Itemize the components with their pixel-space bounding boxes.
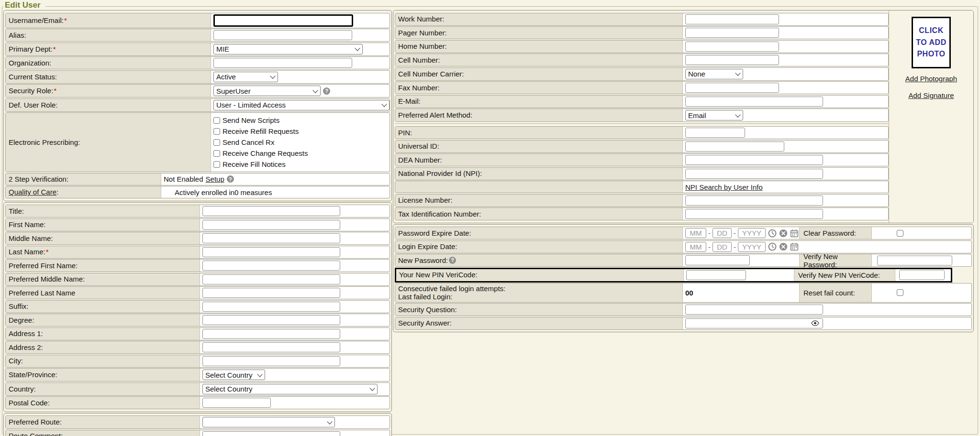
help-icon[interactable]: ?: [227, 175, 234, 183]
password-expire-yyyy-input[interactable]: [738, 228, 766, 238]
verify-pin-vericode-label: Verify New PIN VeriCode:: [798, 271, 880, 279]
security-answer-label: Security Answer:: [398, 319, 452, 327]
cell-carrier-select[interactable]: None: [685, 69, 743, 79]
title-label: Title:: [9, 207, 24, 215]
pin-input[interactable]: [685, 128, 745, 138]
verify-new-password-input[interactable]: [877, 255, 952, 265]
calendar-icon[interactable]: [790, 242, 799, 251]
row-security-question: Security Question:: [395, 303, 972, 316]
npi-search-link[interactable]: NPI Search by User Info: [685, 183, 763, 191]
row-middle-name: Middle Name:: [5, 232, 390, 245]
primary-dept-label: Primary Dept:: [9, 45, 53, 53]
postal-code-input[interactable]: [202, 398, 271, 408]
receive-change-requests-checkbox[interactable]: [213, 150, 220, 157]
receive-fill-notices-checkbox[interactable]: [213, 161, 220, 168]
page-title: Edit User: [3, 0, 45, 10]
fax-number-input[interactable]: [685, 83, 779, 93]
clear-date-icon[interactable]: [779, 242, 788, 251]
password-expire-label: Password Expire Date:: [398, 229, 471, 237]
password-expire-dd-input[interactable]: [713, 228, 732, 238]
preferred-first-name-label: Preferred First Name:: [9, 262, 78, 270]
address2-input[interactable]: [202, 342, 340, 352]
clock-icon[interactable]: [768, 242, 777, 251]
preferred-last-name-input[interactable]: [202, 288, 340, 298]
verify-pin-vericode-input[interactable]: [899, 270, 945, 280]
clock-icon[interactable]: [768, 229, 777, 238]
row-title: Title:: [5, 205, 390, 218]
clear-password-checkbox[interactable]: [897, 230, 903, 237]
preferred-middle-name-label: Preferred Middle Name:: [9, 275, 85, 283]
first-name-input[interactable]: [202, 220, 340, 230]
quality-of-care-link[interactable]: Quality of Care: [9, 188, 56, 196]
dea-number-input[interactable]: [685, 155, 823, 165]
chevron-down-icon: [355, 45, 360, 51]
reset-fail-count-checkbox[interactable]: [897, 289, 903, 296]
title-input[interactable]: [202, 206, 340, 216]
npi-input[interactable]: [685, 169, 823, 179]
def-user-role-select[interactable]: User - Limited Access: [213, 100, 390, 110]
country-select[interactable]: Select Country: [202, 384, 378, 394]
primary-dept-select[interactable]: MIE: [213, 44, 363, 54]
last-name-input[interactable]: [202, 247, 340, 257]
alias-input[interactable]: [213, 30, 352, 40]
username-input[interactable]: [213, 14, 353, 27]
new-password-input[interactable]: [685, 255, 750, 265]
login-expire-dd-input[interactable]: [713, 242, 732, 252]
add-photo-placeholder[interactable]: CLICK TO ADD PHOTO: [912, 17, 951, 68]
chevron-down-icon: [257, 371, 262, 377]
preferred-route-select[interactable]: [202, 417, 335, 427]
your-pin-vericode-input[interactable]: [686, 270, 746, 280]
send-cancel-rx-label: Send Cancel Rx: [223, 138, 274, 146]
tax-id-input[interactable]: [685, 209, 823, 219]
middle-name-input[interactable]: [202, 233, 340, 243]
postal-code-label: Postal Code:: [9, 399, 50, 407]
contact-credentials-box: Work Number: Pager Number: Home Number: …: [393, 10, 974, 223]
row-alias: Alias:: [5, 29, 390, 42]
suffix-input[interactable]: [202, 302, 340, 312]
photo-line2: TO ADD: [916, 37, 946, 49]
universal-id-input[interactable]: [685, 142, 784, 152]
send-cancel-rx-checkbox[interactable]: [213, 139, 220, 146]
degree-input[interactable]: [202, 315, 340, 325]
city-input[interactable]: [202, 356, 340, 366]
organization-input[interactable]: [213, 58, 352, 68]
security-role-select[interactable]: SuperUser: [213, 86, 321, 96]
security-answer-input[interactable]: [685, 318, 823, 328]
home-number-input[interactable]: [685, 42, 779, 52]
row-work-number: Work Number:: [395, 13, 889, 26]
add-signature-link[interactable]: Add Signature: [908, 91, 954, 99]
preferred-first-name-input[interactable]: [202, 261, 340, 271]
work-number-input[interactable]: [685, 14, 779, 24]
login-expire-yyyy-input[interactable]: [738, 242, 766, 252]
section-divider: [395, 123, 889, 125]
password-expire-mm-input[interactable]: [685, 228, 706, 238]
route-comment-input[interactable]: [202, 431, 340, 436]
help-icon[interactable]: ?: [323, 87, 330, 95]
email-input[interactable]: [685, 97, 823, 107]
current-status-select[interactable]: Active: [213, 72, 278, 82]
clear-date-icon[interactable]: [779, 229, 788, 238]
row-organization: Organization:: [5, 56, 390, 69]
pager-number-input[interactable]: [685, 28, 779, 38]
help-icon[interactable]: ?: [449, 257, 456, 264]
two-step-setup-link[interactable]: Setup: [206, 175, 224, 183]
add-photograph-link[interactable]: Add Photograph: [905, 75, 957, 83]
preferred-alert-select[interactable]: Email: [685, 110, 743, 120]
send-new-scripts-checkbox[interactable]: [213, 117, 220, 124]
login-expire-mm-input[interactable]: [685, 242, 706, 252]
eye-icon[interactable]: [811, 320, 819, 327]
route-comment-label: Route Comment:: [9, 432, 63, 436]
preferred-middle-name-input[interactable]: [202, 274, 340, 284]
row-first-name: First Name:: [5, 218, 390, 231]
row-address1: Address 1:: [5, 327, 390, 340]
security-question-input[interactable]: [685, 305, 823, 315]
city-label: City:: [9, 357, 23, 365]
date-separator: -: [708, 229, 711, 237]
license-number-input[interactable]: [685, 196, 823, 206]
address1-input[interactable]: [202, 329, 340, 339]
state-province-select[interactable]: Select Country: [202, 370, 265, 380]
calendar-icon[interactable]: [790, 229, 799, 238]
receive-refill-requests-checkbox[interactable]: [213, 128, 220, 135]
cell-number-input[interactable]: [685, 55, 779, 65]
row-postal-code: Postal Code:: [5, 396, 390, 409]
